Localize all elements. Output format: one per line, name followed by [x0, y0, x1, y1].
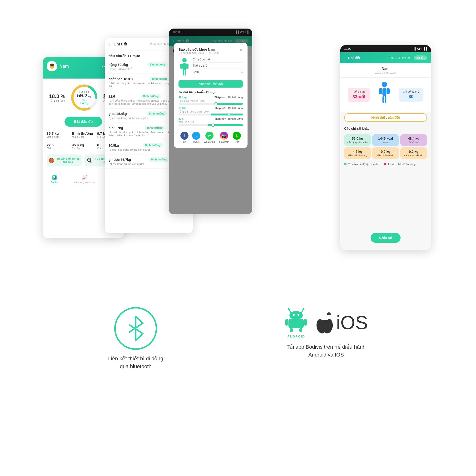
svg-rect-30 — [290, 328, 293, 332]
svg-rect-5 — [180, 64, 183, 69]
s4-user-date: 2020-04-25 10:00 — [344, 71, 427, 74]
svg-point-9 — [382, 82, 387, 87]
whatsapp-icon: w — [205, 132, 214, 140]
s4-legend: Tư vấn chế độ tập thể dục Tư vấn chế độ … — [340, 160, 431, 168]
svg-rect-27 — [289, 319, 304, 328]
stat-water: 35.7 kg Lượng nước — [47, 131, 69, 138]
metric-row-bmr: BMR 1 — [193, 70, 243, 75]
measure-icon: 📊 — [52, 175, 57, 180]
svg-rect-4 — [183, 63, 186, 70]
ios-area: iOS — [315, 311, 368, 335]
s4-tabs: Phân tích chi tiết Dữ liệu — [388, 55, 427, 60]
svg-point-26 — [298, 314, 299, 316]
s3-share-icons: f ok t Tweet w WhatsApp 📷 — [178, 129, 243, 143]
s3-body-row: Chỉ số cơ thể Tuổi cơ thể BMR 1 — [178, 58, 243, 77]
weight-bar — [178, 103, 243, 105]
bmi-marker — [211, 123, 215, 127]
legend-diet: Tư vấn chế độ ăn uống — [384, 163, 416, 166]
s3-popup-header: Báo cáo sức khỏe Nam Đề do thời gian: 20… — [178, 48, 243, 54]
s4-other-title: Các chỉ số khác — [340, 124, 431, 133]
basketball-icon: 🏀 — [49, 157, 54, 163]
app-download-item: ANDROID iOS Tải app Bodivis trên hệ điều… — [284, 307, 368, 359]
s4-tab-analysis[interactable]: Phân tích chi tiết — [388, 55, 412, 60]
fat-bar — [178, 114, 243, 116]
line-icon: L — [233, 132, 241, 140]
metric-row-body-age: Tuổi cơ thể — [193, 64, 243, 69]
twitter-icon: t — [192, 132, 200, 140]
gauge-status: Bình thường — [77, 99, 91, 105]
metric-row-body-index: Chỉ số cơ thể — [193, 58, 243, 63]
svg-rect-28 — [285, 319, 288, 325]
svg-point-21 — [288, 308, 290, 310]
screen3-share-popup: 10:00 ▐▐ WiFi ▐ ‹ Chi tiết Phân tích chi… — [169, 29, 252, 214]
grid-item-fat-control: 0.0 kg Kiểm soát chất béo — [400, 147, 427, 159]
s3-popup: Báo cáo sức khỏe Nam Đề do thời gian: 20… — [174, 43, 248, 148]
facebook-icon: f — [180, 132, 188, 140]
share-instagram[interactable]: 📷 Instagram — [219, 132, 229, 143]
app-download-desc: Tải app Bodivis trên hệ điều hành Androi… — [287, 343, 366, 359]
legend-exercise: Tư vấn chế độ tập thể dục — [344, 163, 380, 166]
ai-icons-row: ANDROID iOS — [284, 307, 368, 338]
s4-back-button[interactable]: ‹ — [344, 55, 346, 60]
grid-item-lbm: 48.4 kg Chỉ số LBM — [400, 134, 427, 146]
diet-dot — [384, 163, 386, 165]
svg-rect-11 — [379, 88, 382, 94]
grid-item-standard-weight: 55.0 kg Cân nặng tiêu chuẩn — [344, 134, 371, 146]
s4-grid: 55.0 kg Cân nặng tiêu chuẩn 1445 kcal BM… — [340, 133, 431, 160]
body-figure-icon — [178, 58, 190, 77]
bluetooth-icon — [124, 314, 148, 343]
svg-line-16 — [136, 317, 143, 323]
svg-rect-8 — [185, 70, 186, 75]
start-measure-button[interactable]: Bắt đầu đo — [65, 117, 102, 127]
nav-trends[interactable]: 📈 Xu hướng sức khỏe — [74, 175, 95, 184]
s4-user-name: Nam — [344, 67, 427, 70]
instagram-icon: 📷 — [220, 132, 228, 140]
s1-avatar: 👦 — [47, 61, 57, 71]
stat-fat-level: Bình thường Mức độ béo — [72, 131, 95, 138]
share-button[interactable]: Chia sẻ — [371, 233, 401, 243]
exercise-dot — [344, 163, 346, 165]
screen4-detail-stats: 10:00 ▐ WiFi ▐▐ ‹ Chi tiết Phân tích chi… — [340, 45, 431, 250]
svg-rect-12 — [387, 88, 390, 94]
chart-row-fat: 18.3% Thấp hơn Bình thường Tỷ lệ chất bé… — [178, 107, 243, 116]
s4-body-row: Tuổi cơ thể 33tuổi Chỉ số cơ thể 8 — [340, 78, 431, 112]
bluetooth-text: Liên kết thiết bị di động qua bluetooth — [108, 355, 163, 370]
svg-point-24 — [289, 311, 303, 320]
advice-exercise-button[interactable]: 🏀 Tư vấn chế độ tập thể dục — [47, 154, 82, 166]
stat-bmi: 22.6 BMI — [47, 143, 69, 150]
share-twitter[interactable]: t Tweet — [192, 132, 200, 143]
s1-name: Nam — [60, 64, 69, 69]
s3-close-button[interactable]: ✕ — [239, 48, 243, 53]
apple-icon — [315, 311, 334, 335]
trends-icon: 📈 — [81, 175, 87, 180]
grid-item-bmr: 1445 kcal BMR — [372, 134, 399, 146]
s4-top-bar: 10:00 ▐ WiFi ▐▐ — [340, 45, 431, 52]
share-line[interactable]: L Line — [233, 132, 241, 143]
s3-popup-subtitle: Đề do thời gian: 2020-04-25 10:00 — [178, 51, 219, 54]
nav-measure[interactable]: 📊 Đo đạc — [51, 175, 58, 184]
s1-fat-label: Tỷ lệ chất béo — [49, 100, 66, 102]
svg-point-25 — [293, 314, 295, 316]
s3-status-row: hình thể : cân đối — [178, 80, 243, 87]
s2-back-button[interactable]: ‹ — [108, 41, 110, 47]
s4-tab-data[interactable]: Dữ liệu — [414, 55, 427, 60]
android-label: ANDROID — [287, 335, 305, 338]
svg-rect-14 — [385, 96, 386, 103]
ios-text: iOS — [336, 313, 368, 332]
s1-fat-pct: 18.3 % — [49, 93, 66, 100]
share-fb[interactable]: f ok — [180, 132, 188, 143]
svg-rect-13 — [382, 96, 384, 103]
s3-popup-bg: Báo cáo sức khỏe Nam Đề do thời gian: 20… — [169, 29, 252, 214]
s3-metrics: Chỉ số cơ thể Tuổi cơ thể BMR 1 — [193, 58, 243, 77]
svg-rect-7 — [183, 70, 184, 75]
s3-popup-title-area: Báo cáo sức khỏe Nam Đề do thời gian: 20… — [178, 48, 219, 54]
fat-marker — [227, 113, 231, 116]
share-whatsapp[interactable]: w WhatsApp — [204, 132, 215, 143]
s3-popup-title: Báo cáo sức khỏe Nam — [178, 48, 219, 51]
svg-point-3 — [182, 58, 187, 62]
s4-body-figure — [377, 81, 391, 108]
s4-title: Chi tiết — [348, 56, 360, 60]
s4-user-section: Nam 2020-04-25 10:00 — [340, 63, 431, 78]
gauge-container: Cân nặng 59.2 kg Bình thường — [70, 83, 99, 112]
chart-row-bmi: 22.6 Thấp hơn Bình thường BMI 18.5 24 — [178, 117, 243, 126]
